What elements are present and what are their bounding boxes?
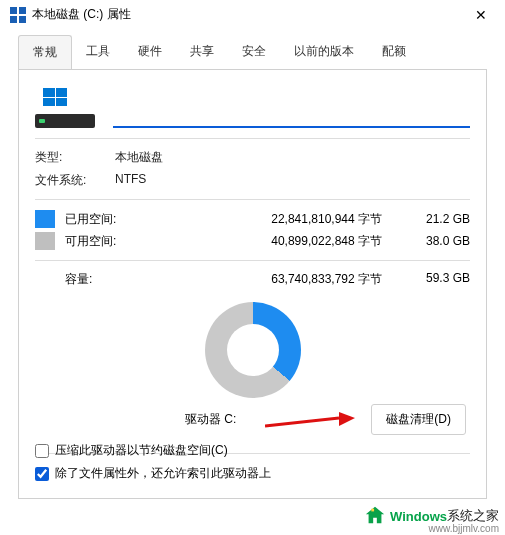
watermark-logo-icon	[364, 505, 386, 527]
watermark-brand2: 系统之家	[447, 507, 499, 525]
index-label: 除了文件属性外，还允许索引此驱动器上	[55, 465, 271, 482]
free-space-label: 可用空间:	[65, 233, 145, 250]
capacity-gb: 59.3 GB	[400, 271, 470, 288]
drive-properties-icon	[10, 7, 26, 23]
compress-drive-option[interactable]: 压缩此驱动器以节约磁盘空间(C)	[35, 442, 470, 459]
watermark-brand1: Windows	[390, 509, 447, 524]
watermark-url: www.bjjmlv.com	[429, 523, 499, 534]
index-drive-option[interactable]: 除了文件属性外，还允许索引此驱动器上	[35, 465, 470, 482]
compress-checkbox[interactable]	[35, 444, 49, 458]
drive-icon	[35, 88, 95, 128]
svg-line-0	[265, 418, 339, 426]
drive-letter-label: 驱动器 C:	[185, 411, 236, 428]
tab-hardware[interactable]: 硬件	[124, 35, 176, 69]
watermark: Windows 系统之家 www.bjjmlv.com	[364, 505, 499, 527]
capacity-bytes: 63,740,833,792 字节	[145, 271, 400, 288]
type-value: 本地磁盘	[115, 149, 163, 166]
tab-tools[interactable]: 工具	[72, 35, 124, 69]
divider	[35, 260, 470, 261]
svg-rect-3	[371, 509, 374, 512]
tab-sharing[interactable]: 共享	[176, 35, 228, 69]
capacity-label: 容量:	[65, 271, 145, 288]
tab-quota[interactable]: 配额	[368, 35, 420, 69]
close-icon[interactable]: ✕	[467, 7, 495, 23]
general-panel: 类型: 本地磁盘 文件系统: NTFS 已用空间: 22,841,810,944…	[18, 69, 487, 499]
window-title: 本地磁盘 (C:) 属性	[32, 6, 131, 23]
used-space-swatch	[35, 210, 55, 228]
svg-marker-2	[366, 507, 384, 523]
divider	[35, 138, 470, 139]
index-checkbox[interactable]	[35, 467, 49, 481]
tab-strip: 常规 工具 硬件 共享 安全 以前的版本 配额	[18, 35, 487, 69]
usage-pie-chart	[205, 302, 301, 398]
svg-marker-1	[339, 412, 355, 426]
titlebar: 本地磁盘 (C:) 属性 ✕	[0, 0, 505, 29]
tab-previous-versions[interactable]: 以前的版本	[280, 35, 368, 69]
divider	[35, 199, 470, 200]
tab-general[interactable]: 常规	[18, 35, 72, 69]
compress-label: 压缩此驱动器以节约磁盘空间(C)	[55, 442, 228, 459]
tab-security[interactable]: 安全	[228, 35, 280, 69]
type-label: 类型:	[35, 149, 115, 166]
filesystem-value: NTFS	[115, 172, 146, 189]
disk-cleanup-button[interactable]: 磁盘清理(D)	[371, 404, 466, 435]
used-space-label: 已用空间:	[65, 211, 145, 228]
annotation-arrow-icon	[265, 410, 355, 432]
free-space-swatch	[35, 232, 55, 250]
used-space-gb: 21.2 GB	[400, 212, 470, 226]
free-space-gb: 38.0 GB	[400, 234, 470, 248]
volume-name-input[interactable]	[113, 100, 470, 128]
used-space-bytes: 22,841,810,944 字节	[145, 211, 400, 228]
filesystem-label: 文件系统:	[35, 172, 115, 189]
free-space-bytes: 40,899,022,848 字节	[145, 233, 400, 250]
